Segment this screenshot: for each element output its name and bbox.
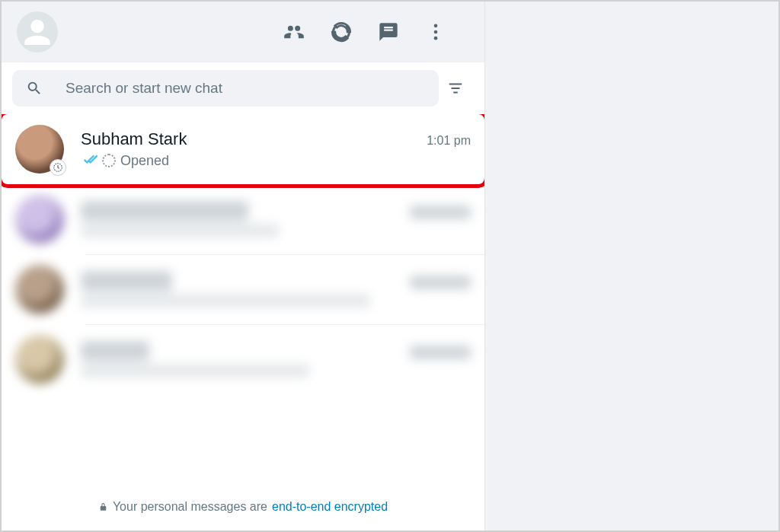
chat-item-blurred[interactable]: .. bbox=[2, 324, 484, 394]
encryption-note: Your personal messages are end-to-end en… bbox=[2, 488, 484, 530]
person-icon bbox=[21, 16, 53, 48]
svg-point-1 bbox=[434, 24, 438, 28]
filter-icon[interactable] bbox=[445, 78, 466, 99]
chat-item-subham-stark[interactable]: Subham Stark 1:01 pm Opened bbox=[2, 114, 484, 184]
chat-item-blurred[interactable]: .. bbox=[2, 184, 484, 254]
svg-point-3 bbox=[434, 37, 438, 40]
view-once-spinner-icon bbox=[102, 154, 116, 167]
sidebar: Subham Stark 1:01 pm Opened .. bbox=[2, 2, 485, 530]
search-icon bbox=[26, 80, 43, 97]
disappearing-badge-icon bbox=[50, 159, 66, 176]
chat-avatar bbox=[15, 265, 64, 314]
chat-avatar bbox=[15, 125, 64, 174]
chat-status-text: Opened bbox=[120, 153, 169, 169]
encryption-link[interactable]: end-to-end encrypted bbox=[272, 500, 388, 514]
chat-body: Subham Stark 1:01 pm Opened bbox=[81, 129, 471, 170]
search-input[interactable] bbox=[66, 80, 425, 97]
app-root: Subham Stark 1:01 pm Opened .. bbox=[2, 2, 778, 530]
lock-icon bbox=[98, 502, 108, 512]
sidebar-header bbox=[2, 2, 484, 62]
chat-name: Subham Stark bbox=[81, 129, 187, 149]
double-check-icon bbox=[81, 152, 98, 170]
status-icon[interactable] bbox=[331, 21, 352, 43]
chat-avatar bbox=[15, 195, 64, 244]
self-avatar[interactable] bbox=[17, 11, 58, 53]
search-row bbox=[2, 62, 484, 114]
header-icon-group bbox=[283, 21, 446, 43]
svg-point-0 bbox=[331, 21, 352, 43]
chat-time: 1:01 pm bbox=[427, 134, 471, 148]
main-panel bbox=[485, 2, 778, 530]
chat-avatar bbox=[15, 335, 64, 384]
menu-icon[interactable] bbox=[425, 21, 446, 43]
svg-point-2 bbox=[434, 30, 438, 34]
encryption-prefix-text: Your personal messages are bbox=[113, 500, 267, 514]
chat-item-blurred[interactable]: .. bbox=[2, 254, 484, 324]
communities-icon[interactable] bbox=[283, 21, 305, 43]
search-box[interactable] bbox=[12, 70, 439, 107]
chat-list: Subham Stark 1:01 pm Opened .. bbox=[2, 114, 484, 488]
new-chat-icon[interactable] bbox=[378, 21, 399, 43]
